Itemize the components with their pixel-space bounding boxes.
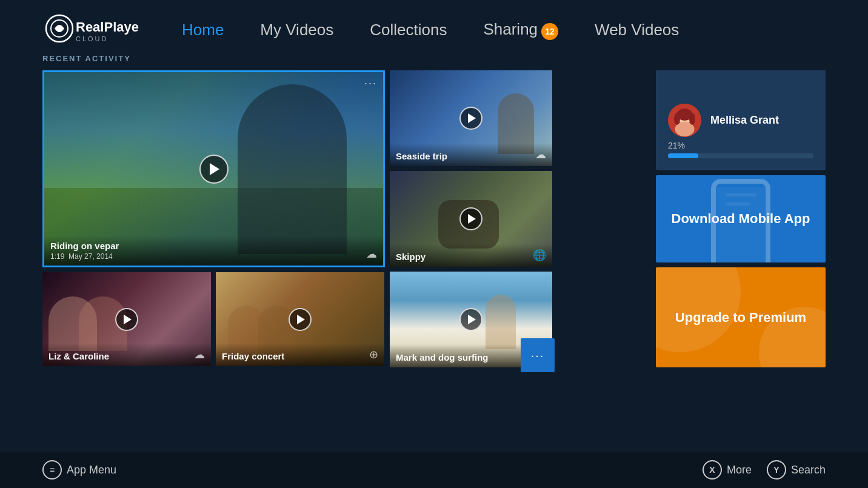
download-panel[interactable]: Download Mobile App (656, 175, 826, 262)
y-icon: Y (767, 460, 786, 480)
mark-title: Mark and dog surfing (396, 352, 489, 363)
featured-title: Riding on vepar (50, 241, 119, 251)
svg-text:RealPlayer: RealPlayer (76, 19, 139, 35)
nav-home[interactable]: Home (164, 21, 242, 39)
sharing-badge: 12 (541, 23, 558, 40)
progress-fill (668, 153, 698, 158)
small-card-row: Liz & Caroline ☁ Friday concert ⊕ (42, 272, 385, 366)
play-button-liz[interactable] (115, 308, 138, 331)
grid-right: Mellisa Grant 21% (656, 70, 826, 367)
main-content: RECENT ACTIVITY ··· Riding on vepar (0, 54, 868, 367)
progress-bar-bg (668, 153, 813, 158)
menu-icon: ≡ (42, 460, 62, 480)
header: RealPlayer CLOUD Home My Videos Collecti… (0, 0, 868, 54)
premium-label: Upgrade to Premium (675, 310, 806, 326)
nav-web-videos[interactable]: Web Videos (576, 21, 697, 39)
seaside-title-bar: Seaside trip ☁ (390, 143, 552, 166)
grid-center: Seaside trip ☁ Skippy 🌐 (390, 70, 552, 367)
recent-activity-label: RECENT ACTIVITY (42, 54, 826, 63)
svg-rect-14 (726, 202, 750, 206)
premium-panel[interactable]: Upgrade to Premium (656, 267, 826, 367)
app-menu-label: App Menu (67, 464, 116, 476)
globe-icon-skippy: 🌐 (533, 249, 546, 262)
seaside-title: Seaside trip (396, 151, 447, 161)
skippy-title-bar: Skippy 🌐 (390, 244, 552, 267)
more-footer-label: More (727, 464, 752, 476)
featured-meta: 1:19 May 27, 2014 (50, 252, 119, 261)
download-label: Download Mobile App (672, 211, 810, 227)
nav-sharing[interactable]: Sharing12 (465, 20, 576, 40)
grid-left: ··· Riding on vepar 1:19 May 27, 2014 ☁ (42, 70, 385, 367)
liz-title: Liz & Caroline (48, 351, 109, 361)
footer: ≡ App Menu X More Y Search (0, 452, 868, 488)
app-menu-button[interactable]: ≡ App Menu (42, 460, 116, 480)
logo: RealPlayer CLOUD (42, 12, 139, 48)
svg-point-8 (674, 113, 680, 125)
search-footer-label: Search (791, 464, 826, 476)
svg-text:CLOUD: CLOUD (76, 35, 109, 42)
svg-point-9 (689, 113, 695, 125)
liz-title-bar: Liz & Caroline ☁ (42, 343, 211, 366)
cloud-icon-seaside: ☁ (535, 148, 546, 161)
featured-title-bar: Riding on vepar 1:19 May 27, 2014 ☁ (44, 236, 383, 266)
video-seaside[interactable]: Seaside trip ☁ (390, 70, 552, 166)
x-icon: X (703, 460, 722, 480)
play-button-skippy[interactable] (459, 207, 482, 230)
search-footer-button[interactable]: Y Search (767, 460, 826, 480)
play-button-mark[interactable] (459, 308, 482, 331)
progress-label: 21% (668, 141, 813, 150)
video-friday-concert[interactable]: Friday concert ⊕ (216, 272, 384, 366)
play-button-featured[interactable] (199, 155, 229, 184)
nav-collections[interactable]: Collections (352, 21, 465, 39)
footer-left: ≡ App Menu (42, 460, 116, 480)
video-skippy[interactable]: Skippy 🌐 (390, 171, 552, 267)
play-button-seaside[interactable] (459, 107, 482, 130)
friday-title-bar: Friday concert ⊕ (216, 343, 384, 366)
user-info: Mellisa Grant (710, 114, 813, 127)
user-panel: Mellisa Grant 21% (656, 70, 826, 170)
more-options-featured[interactable]: ··· (364, 77, 377, 90)
nav-my-videos[interactable]: My Videos (242, 21, 352, 39)
svg-rect-13 (726, 193, 756, 196)
storage-progress: 21% (668, 141, 813, 158)
friday-title: Friday concert (222, 351, 284, 361)
xbox-icon-friday: ⊕ (369, 348, 378, 361)
play-button-friday[interactable] (289, 308, 312, 331)
cloud-icon-featured: ☁ (366, 247, 377, 261)
more-button[interactable]: ··· (521, 338, 555, 372)
video-grid: ··· Riding on vepar 1:19 May 27, 2014 ☁ (42, 70, 826, 367)
main-nav: Home My Videos Collections Sharing12 Web… (164, 20, 697, 40)
more-footer-button[interactable]: X More (703, 460, 752, 480)
cloud-icon-liz: ☁ (194, 348, 205, 361)
user-avatar (668, 104, 701, 137)
video-liz-caroline[interactable]: Liz & Caroline ☁ (42, 272, 211, 366)
footer-right: X More Y Search (703, 460, 826, 480)
skippy-title: Skippy (396, 252, 426, 262)
featured-video[interactable]: ··· Riding on vepar 1:19 May 27, 2014 ☁ (42, 70, 385, 267)
user-name: Mellisa Grant (710, 114, 813, 127)
